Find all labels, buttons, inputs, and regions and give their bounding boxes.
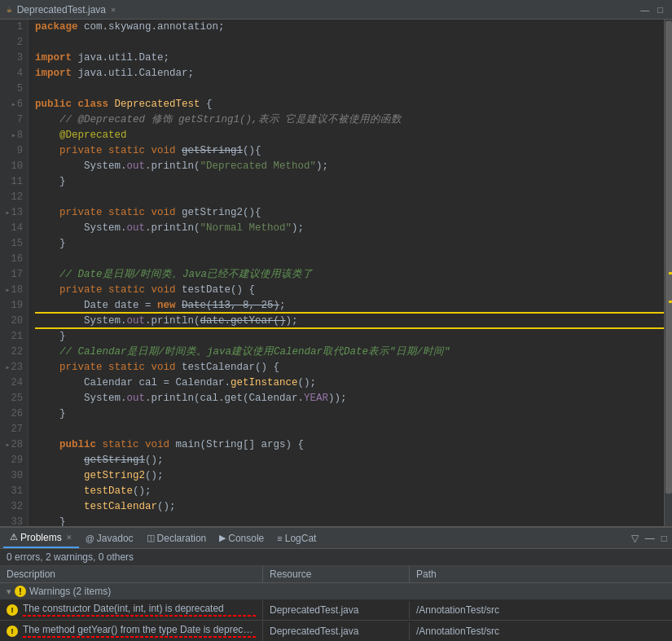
- field-name: out: [127, 160, 146, 172]
- code-content[interactable]: package com.skywang.annotation; import j…: [29, 20, 664, 526]
- string-literal: "Deprecated Method": [200, 160, 317, 172]
- code-text: (){: [243, 145, 261, 156]
- method-name: testDate: [84, 485, 133, 497]
- fold-icon[interactable]: ▸: [11, 128, 16, 143]
- comment: // @Deprecated 修饰 getString1(),表示 它是建议不被…: [35, 114, 402, 125]
- problems-summary: 0 errors, 2 warnings, 0 others: [7, 551, 134, 563]
- code-text: }: [35, 331, 66, 342]
- code-text: [35, 284, 59, 296]
- code-text: }: [35, 516, 66, 526]
- javadoc-tab-icon: @: [86, 533, 94, 543]
- tab-declaration[interactable]: ◫Declaration: [140, 529, 213, 547]
- problems-tab-icon: ⚠: [10, 532, 18, 542]
- code-line-18: private static void testDate() {: [35, 283, 664, 298]
- tab-close-icon[interactable]: ✕: [111, 5, 116, 15]
- title-bar: ☕ DeprecatedTest.java ✕ — □: [0, 0, 672, 20]
- code-line-27: [35, 422, 664, 437]
- warnings-group-row: ▾!Warnings (2 items): [0, 583, 672, 599]
- table-row[interactable]: !The method getYear() from the type Date…: [0, 621, 672, 641]
- line-number-32: 32: [0, 499, 28, 515]
- th-resource: Resource: [263, 566, 410, 582]
- line-number-5: 5: [0, 81, 28, 97]
- line-number-14: 14: [0, 221, 28, 236]
- method-name: getInstance: [231, 377, 298, 389]
- fold-icon[interactable]: ▸: [11, 97, 16, 112]
- description-text: The constructor Date(int, int, int) is d…: [23, 603, 256, 614]
- code-text: ();: [157, 501, 176, 512]
- td-resource: DeprecatedTest.java: [263, 622, 410, 640]
- code-line-2: [35, 35, 664, 50]
- fold-icon[interactable]: ▸: [6, 205, 11, 221]
- line-number-4: 4: [0, 66, 28, 81]
- code-text: .println(: [145, 315, 200, 327]
- code-text: [35, 207, 59, 218]
- panel-close-button[interactable]: □: [660, 533, 669, 544]
- code-line-16: [35, 252, 664, 267]
- maximize-button[interactable]: □: [655, 5, 665, 15]
- code-text: .println(: [145, 222, 200, 234]
- panel-minimize-button[interactable]: ▽: [630, 533, 640, 544]
- class-name: DeprecatedTest: [115, 99, 207, 110]
- code-line-26: }: [35, 406, 664, 422]
- code-line-3: import java.util.Date;: [35, 50, 664, 66]
- line-number-30: 30: [0, 468, 28, 484]
- code-line-30: getString2();: [35, 468, 664, 484]
- table-row[interactable]: !The constructor Date(int, int, int) is …: [0, 599, 672, 621]
- minimize-button[interactable]: —: [638, 5, 652, 15]
- td-path: /AnnotationTest/src: [410, 622, 672, 640]
- method-name: testCalendar: [84, 501, 157, 512]
- scroll-warning-2: [669, 301, 672, 303]
- line-number-20: 20: [0, 314, 28, 329]
- field-name: out: [127, 393, 146, 404]
- group-expand-icon[interactable]: ▾: [7, 586, 11, 597]
- keyword: private static void: [59, 362, 182, 373]
- code-line-31: testDate();: [35, 484, 664, 499]
- logcat-tab-label: LogCat: [285, 533, 317, 544]
- code-line-22: // Calendar是日期/时间类。java建议使用Calendar取代Dat…: [35, 345, 664, 360]
- panel-minimize-button2[interactable]: —: [643, 533, 657, 544]
- code-text: }: [35, 408, 66, 419]
- code-line-4: import java.util.Calendar;: [35, 66, 664, 81]
- problems-status-bar: 0 errors, 2 warnings, 0 others: [0, 549, 672, 566]
- warning-group-icon: !: [15, 586, 26, 597]
- th-path: Path: [410, 566, 672, 582]
- code-text: [35, 145, 59, 156]
- fold-icon[interactable]: ▸: [6, 283, 11, 298]
- line-number-11: 11: [0, 174, 28, 190]
- scroll-bar[interactable]: [664, 20, 672, 526]
- problems-tab-close[interactable]: ✕: [66, 533, 72, 542]
- tab-javadoc[interactable]: @Javadoc: [79, 529, 140, 547]
- fold-icon[interactable]: ▸: [6, 360, 11, 375]
- tab-logcat[interactable]: ≡LogCat: [270, 529, 323, 547]
- code-text: .println(: [145, 160, 200, 172]
- code-line-7: // @Deprecated 修饰 getString1(),表示 它是建议不被…: [35, 112, 664, 128]
- line-number-7: 7: [0, 112, 28, 128]
- javadoc-tab-label: Javadoc: [97, 533, 134, 544]
- keyword: private static void: [59, 284, 182, 296]
- keyword: public: [35, 99, 78, 110]
- code-text: System.: [35, 160, 127, 172]
- code-line-10: System.out.println("Deprecated Method");: [35, 159, 664, 174]
- logcat-tab-icon: ≡: [277, 533, 282, 543]
- code-line-32: testCalendar();: [35, 499, 664, 515]
- keyword: public: [59, 439, 103, 450]
- line-number-29: 29: [0, 453, 28, 468]
- line-number-2: 2: [0, 35, 28, 50]
- code-line-29: getString1();: [35, 453, 664, 468]
- tab-console[interactable]: ▶Console: [213, 529, 270, 547]
- table-body: ▾!Warnings (2 items)!The constructor Dat…: [0, 583, 672, 641]
- tab-problems[interactable]: ⚠Problems✕: [3, 529, 79, 548]
- field-name: YEAR: [304, 393, 328, 404]
- td-path: /AnnotationTest/src: [410, 601, 672, 619]
- method-name: getString2: [84, 470, 145, 481]
- code-line-28: public static void main(String[] args) {: [35, 437, 664, 453]
- deprecated-ref: date.getYear(): [200, 315, 286, 327]
- string-literal: "Normal Method": [200, 222, 292, 234]
- code-line-6: public class DeprecatedTest {: [35, 97, 664, 112]
- line-number-3: 3: [0, 50, 28, 66]
- fold-icon[interactable]: ▸: [6, 437, 11, 453]
- code-text: ();: [298, 377, 317, 389]
- code-text: ;: [279, 300, 286, 311]
- scroll-thumb[interactable]: [665, 21, 672, 494]
- line-number-18: ▸18: [0, 283, 28, 298]
